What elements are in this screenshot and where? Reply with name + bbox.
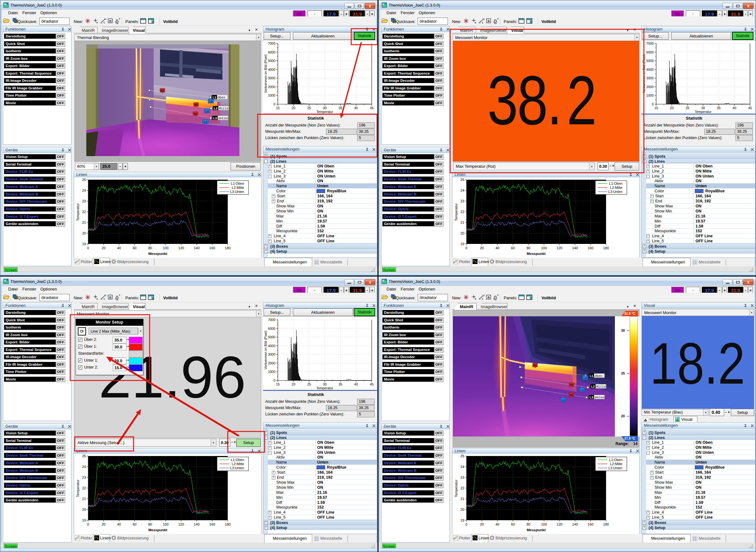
- svg-text:B: B: [488, 296, 490, 299]
- svg-text:s: s: [475, 297, 476, 300]
- svg-text:TS: TS: [494, 298, 497, 300]
- svg-text:L: L: [482, 297, 483, 300]
